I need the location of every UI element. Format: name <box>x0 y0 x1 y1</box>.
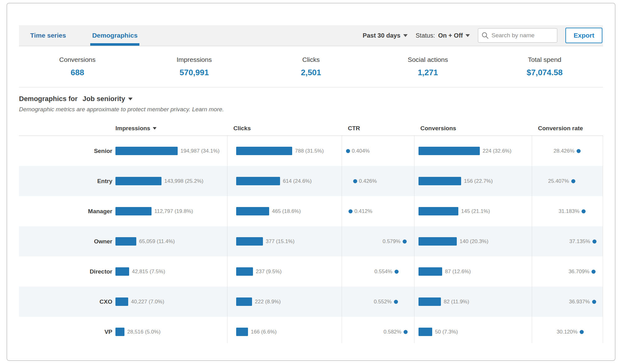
row-label: Owner <box>19 226 115 256</box>
impressions-bar <box>115 147 178 155</box>
conversion-rate-value: 36.937% <box>569 299 590 305</box>
export-button[interactable]: Export <box>565 28 602 43</box>
status-dropdown[interactable]: On + Off <box>438 32 470 39</box>
tab-time-series[interactable]: Time series <box>28 25 68 46</box>
conversions-bar <box>419 297 441 306</box>
date-range-value: Past 30 days <box>363 32 400 39</box>
status-label: Status: <box>416 32 435 39</box>
stat-label: Impressions <box>177 56 212 63</box>
conversions-bar-cell: 140 (20.3%) <box>414 226 532 256</box>
row-label: Senior <box>19 136 115 166</box>
stat-total-spend: Total spend $7,074.58 <box>486 46 603 87</box>
column-header-conversions[interactable]: Conversions <box>414 125 532 132</box>
dot-marker <box>394 300 398 304</box>
impressions-bar <box>115 177 161 185</box>
impressions-value: 112,797 (19.8%) <box>154 208 193 214</box>
conversions-bar-cell: 145 (21.1%) <box>414 196 532 226</box>
impressions-bar <box>115 207 152 215</box>
ctr-dot-cell: 0.554% <box>342 256 414 287</box>
stat-value: 570,991 <box>180 68 209 77</box>
privacy-note: Demographic metrics are approximate to p… <box>19 106 603 113</box>
demographics-dimension-dropdown[interactable]: Job seniority <box>82 95 133 103</box>
column-header-impressions[interactable]: Impressions <box>115 125 227 132</box>
clicks-value: 377 (15.1%) <box>266 238 295 245</box>
row-label: Manager <box>19 196 115 226</box>
clicks-bar-cell: 465 (18.6%) <box>227 196 342 226</box>
clicks-value: 237 (9.5%) <box>256 269 282 275</box>
conversions-bar-cell: 224 (32.6%) <box>414 136 532 166</box>
table-body: Senior194,987 (34.1%)788 (31.5%)0.404%22… <box>19 136 603 343</box>
ctr-value: 0.582% <box>384 329 402 335</box>
clicks-bar <box>236 328 248 336</box>
stat-value: 2,501 <box>301 68 321 77</box>
dot-marker <box>592 300 596 304</box>
clicks-bar <box>236 297 252 306</box>
stat-value: 1,271 <box>418 68 438 77</box>
impressions-value: 143,998 (25.2%) <box>164 178 203 184</box>
clicks-bar-cell: 166 (6.6%) <box>227 317 342 343</box>
date-range-dropdown[interactable]: Past 30 days <box>363 32 408 39</box>
table-row: Owner65,059 (11.4%)377 (15.1%)0.579%140 … <box>19 226 603 256</box>
table-row: Director42,815 (7.5%)237 (9.5%)0.554%87 … <box>19 256 603 287</box>
conversion-rate-dot-cell: 25.407% <box>532 166 603 196</box>
dot-marker <box>592 239 596 243</box>
ctr-value: 0.412% <box>354 208 372 214</box>
conversions-bar <box>419 177 461 185</box>
privacy-note-text: Demographic metrics are approximate to p… <box>19 106 190 113</box>
conversions-bar <box>419 267 442 276</box>
impressions-value: 194,987 (34.1%) <box>180 148 220 154</box>
column-header-conversion-rate[interactable]: Conversion rate <box>532 125 603 132</box>
conversions-value: 50 (7.3%) <box>435 329 458 335</box>
conversions-bar <box>419 328 432 336</box>
chevron-down-icon <box>403 34 408 37</box>
stat-label: Social actions <box>408 56 448 63</box>
conversion-rate-dot-cell: 36.937% <box>532 287 603 317</box>
search-input[interactable] <box>478 28 557 43</box>
ctr-value: 0.554% <box>374 269 392 275</box>
clicks-bar <box>236 237 263 246</box>
impressions-value: 65,059 (11.4%) <box>139 238 175 245</box>
impressions-bar <box>115 297 128 306</box>
conversion-rate-dot-cell: 36.709% <box>532 256 603 287</box>
table-row: CXO40,227 (7.0%)222 (8.9%)0.552%82 (11.9… <box>19 287 603 317</box>
stat-conversions: Conversions 688 <box>19 46 136 87</box>
impressions-value: 42,815 (7.5%) <box>132 269 165 275</box>
stat-value: $7,074.58 <box>526 68 563 77</box>
ctr-dot-cell: 0.426% <box>342 166 414 196</box>
chevron-down-icon <box>128 98 133 100</box>
row-label: Entry <box>19 166 115 196</box>
conversion-rate-dot-cell: 31.183% <box>532 196 603 226</box>
conversions-value: 145 (21.1%) <box>461 208 490 214</box>
ctr-value: 0.552% <box>374 299 392 305</box>
dot-marker <box>577 149 581 153</box>
column-header-ctr[interactable]: CTR <box>342 125 414 132</box>
clicks-value: 614 (24.6%) <box>283 178 312 184</box>
clicks-value: 465 (18.6%) <box>272 208 301 214</box>
clicks-bar-cell: 788 (31.5%) <box>227 136 342 166</box>
conversions-bar-cell: 87 (12.6%) <box>414 256 532 287</box>
conversions-bar <box>419 207 458 215</box>
filter-controls: Past 30 days Status: On + Off <box>363 25 603 46</box>
conversions-value: 156 (22.7%) <box>464 178 493 184</box>
column-header-clicks[interactable]: Clicks <box>227 125 342 132</box>
clicks-bar <box>236 207 269 215</box>
table-row: Entry143,998 (25.2%)614 (24.6%)0.426%156… <box>19 166 603 196</box>
conversion-rate-dot-cell: 30.120% <box>532 317 603 343</box>
tab-demographics[interactable]: Demographics <box>90 25 139 46</box>
learn-more-link[interactable]: Learn more. <box>192 106 224 113</box>
ctr-value: 0.579% <box>382 238 400 245</box>
ctr-value: 0.426% <box>359 178 377 184</box>
row-label: CXO <box>19 287 115 317</box>
conversions-value: 82 (11.9%) <box>444 299 469 305</box>
ctr-dot-cell: 0.579% <box>342 226 414 256</box>
table-row: Manager112,797 (19.8%)465 (18.6%)0.412%1… <box>19 196 603 226</box>
dot-marker <box>403 239 407 243</box>
search-box <box>478 28 557 43</box>
clicks-value: 222 (8.9%) <box>255 299 281 305</box>
impressions-bar <box>115 267 129 276</box>
conversions-bar <box>419 147 480 155</box>
stat-label: Total spend <box>528 56 561 63</box>
clicks-bar-cell: 614 (24.6%) <box>227 166 342 196</box>
impressions-bar <box>115 328 124 336</box>
impressions-value: 40,227 (7.0%) <box>131 299 164 305</box>
